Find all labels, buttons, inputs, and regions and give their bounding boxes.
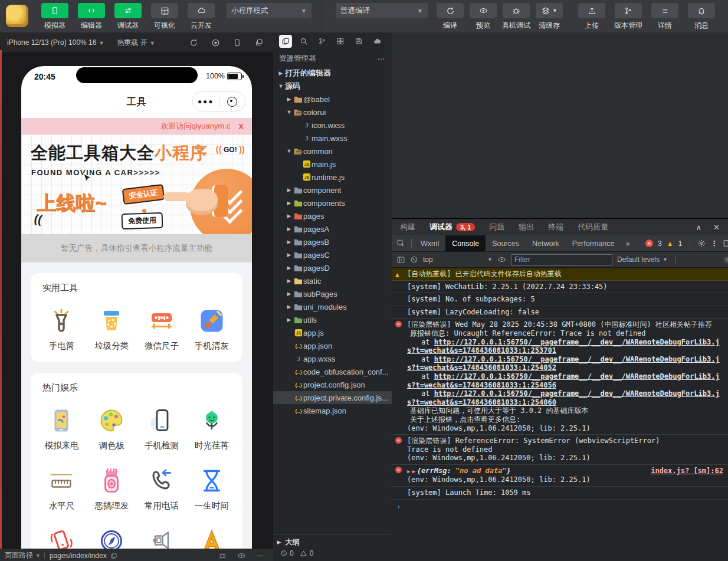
- more-actions-icon[interactable]: ⋯: [378, 54, 386, 63]
- tool-item-time-flower[interactable]: 时光荏苒: [186, 406, 237, 451]
- visualization-button[interactable]: 可视化: [146, 3, 183, 31]
- upload-button[interactable]: 上传: [573, 3, 610, 31]
- tree-item-utils[interactable]: ▶utils: [273, 313, 392, 326]
- source-control-icon[interactable]: [316, 35, 329, 48]
- tool-item-hourglass[interactable]: 一生时间: [186, 467, 237, 511]
- page-path-value[interactable]: pages/index/index: [50, 552, 107, 560]
- tree-item-common[interactable]: ▼common: [273, 145, 392, 158]
- stack-link[interactable]: http://127.0.0.1:56750/__pageframe__/__d…: [407, 389, 720, 406]
- devtools-tab-network[interactable]: Network: [526, 235, 566, 251]
- debug-tab-输出[interactable]: 输出: [519, 222, 534, 232]
- multi-window-icon[interactable]: [254, 38, 264, 47]
- more-tabs-icon[interactable]: »: [621, 240, 634, 248]
- cloud-dev-button[interactable]: 云开发: [183, 3, 219, 31]
- details-button[interactable]: 详情: [647, 3, 683, 31]
- context-selector[interactable]: top ▼: [423, 255, 493, 264]
- collapse-panel-icon[interactable]: ∧: [696, 223, 702, 232]
- editor-button[interactable]: 编辑器: [73, 3, 110, 31]
- tool-item-phone-call[interactable]: 常用电话: [137, 467, 187, 511]
- copy-icon[interactable]: [110, 552, 117, 559]
- console-error-badge-icon[interactable]: ✕: [645, 240, 653, 247]
- tree-item-sitemap.json[interactable]: {..}sitemap.json: [273, 404, 392, 417]
- debug-tab-代码质量[interactable]: 代码质量: [578, 222, 608, 232]
- mode-dropdown[interactable]: 小程序模式 ▼: [227, 3, 311, 18]
- save-icon[interactable]: [352, 35, 365, 48]
- tree-item-main.wxss[interactable]: 3main.wxss: [273, 132, 392, 145]
- device-selector[interactable]: iPhone 12/13 (Pro) 100% 16▼: [7, 38, 104, 47]
- tree-item-app.json[interactable]: {..}app.json: [273, 339, 392, 352]
- problems-summary[interactable]: 0 0: [273, 549, 392, 557]
- tree-item-app.wxss[interactable]: 3app.wxss: [273, 352, 392, 365]
- remote-debug-button[interactable]: 真机调试: [500, 3, 533, 31]
- tool-item-phone-check[interactable]: 手机检测: [137, 406, 187, 451]
- more-button[interactable]: ●●●: [193, 97, 219, 106]
- console-settings-gear-icon[interactable]: [723, 255, 728, 264]
- tool-item-ruler[interactable]: 微信尺子: [137, 307, 187, 352]
- devtools-tab-performance[interactable]: Performance: [566, 235, 621, 251]
- console-object-line[interactable]: index.js? [sm]:62 ▶▶{errMsg: "no ad data…: [407, 467, 723, 476]
- preview-button[interactable]: 预览: [467, 3, 500, 31]
- tool-item[interactable]: [137, 527, 187, 549]
- compile-mode-dropdown[interactable]: 普通编译 ▼: [336, 3, 428, 18]
- debug-tab-终端[interactable]: 终端: [548, 222, 563, 232]
- cloud-icon[interactable]: [370, 35, 383, 48]
- tool-item[interactable]: [37, 527, 87, 549]
- hot-reload-toggle[interactable]: 热重载 开▼: [117, 38, 155, 48]
- clear-console-icon[interactable]: [410, 255, 418, 264]
- tree-item-icon.wxss[interactable]: 3icon.wxss: [273, 119, 392, 132]
- tool-item-phone-clean[interactable]: 手机清灰: [186, 307, 237, 352]
- dock-side-icon[interactable]: [723, 239, 728, 248]
- tree-item-component[interactable]: ▶component: [273, 183, 392, 196]
- tool-item-fake-call[interactable]: 模拟来电: [37, 406, 87, 451]
- tree-item--[interactable]: ▼源码: [273, 80, 392, 93]
- tool-item-palette[interactable]: 调色板: [87, 406, 137, 451]
- inspect-element-icon[interactable]: [396, 239, 405, 248]
- debug-tab-调试器[interactable]: 调试器3, 1: [429, 222, 475, 232]
- promo-banner[interactable]: 全能工具箱大全小程序 (( GO! )) FOUND MOVING A CAR>…: [21, 134, 252, 234]
- debug-tab-构建[interactable]: 构建: [400, 222, 415, 232]
- tree-item-subPages[interactable]: ▶subPages: [273, 287, 392, 300]
- devtools-tab-sources[interactable]: Sources: [486, 235, 526, 251]
- tree-item-uni_modules[interactable]: ▶uni_modules: [273, 300, 392, 313]
- devtools-tab-wxml[interactable]: Wxml: [414, 235, 445, 251]
- more-options-icon[interactable]: ⋯: [257, 552, 264, 560]
- user-avatar[interactable]: [6, 5, 28, 27]
- source-link[interactable]: index.js? [sm]:62: [651, 467, 723, 475]
- page-path-label[interactable]: 页面路径: [5, 550, 33, 560]
- restart-icon[interactable]: [189, 38, 198, 47]
- close-panel-icon[interactable]: ✕: [713, 223, 720, 232]
- close-minibar-button[interactable]: [219, 97, 245, 107]
- tree-item-pagesB[interactable]: ▶pagesB: [273, 235, 392, 248]
- tree-item--[interactable]: ▶打开的编辑器: [273, 67, 392, 80]
- tool-item-level-ruler[interactable]: 水平尺: [37, 467, 87, 511]
- debugger-button[interactable]: 调试器: [110, 3, 146, 31]
- tree-item-static[interactable]: ▶static: [273, 274, 392, 287]
- messages-button[interactable]: 消息: [683, 3, 720, 31]
- log-levels-dropdown[interactable]: Default levels ▼: [617, 255, 668, 264]
- search-icon[interactable]: [297, 35, 310, 48]
- stack-link[interactable]: http://127.0.0.1:56750/__pageframe__/__d…: [407, 355, 720, 372]
- record-icon[interactable]: [211, 38, 220, 47]
- tree-item-@babel[interactable]: ▶@babel: [273, 93, 392, 106]
- tool-item[interactable]: [87, 527, 137, 549]
- tool-item[interactable]: [186, 527, 237, 549]
- stack-link[interactable]: http://127.0.0.1:56750/__pageframe__/__d…: [407, 338, 720, 355]
- tree-item-colorui[interactable]: ▼colorui: [273, 106, 392, 119]
- files-icon[interactable]: [279, 35, 292, 48]
- tree-item-main.js[interactable]: JSmain.js: [273, 158, 392, 170]
- outline-section[interactable]: ▶ 大纲: [273, 535, 392, 549]
- tree-item-runtime.js[interactable]: JSruntime.js: [273, 170, 392, 183]
- live-expression-eye-icon[interactable]: [497, 255, 506, 264]
- tool-item-flashlight[interactable]: 手电筒: [37, 307, 87, 352]
- tree-item-pagesA[interactable]: ▶pagesA: [273, 222, 392, 235]
- debug-tab-问题[interactable]: 问题: [489, 222, 504, 232]
- tool-item-trash[interactable]: 垃圾分类: [87, 307, 137, 352]
- tree-item-code_obfuscation_conf...[interactable]: {..}code_obfuscation_conf...: [273, 365, 392, 378]
- kebab-menu-icon[interactable]: ⋮: [711, 239, 719, 248]
- tree-item-pagesD[interactable]: ▶pagesD: [273, 261, 392, 274]
- bug-icon[interactable]: [218, 552, 227, 560]
- console-prompt[interactable]: ›: [392, 500, 728, 511]
- tree-item-pagesC[interactable]: ▶pagesC: [273, 248, 392, 261]
- devtools-tab-console[interactable]: Console: [445, 235, 486, 251]
- eye-icon[interactable]: [237, 552, 246, 560]
